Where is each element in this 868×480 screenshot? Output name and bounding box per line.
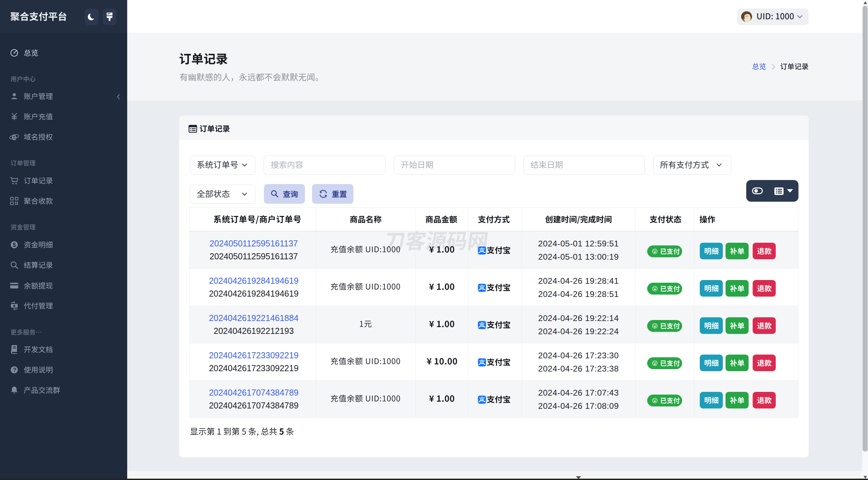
svg-text:?: ? xyxy=(13,367,16,373)
svg-text:$: $ xyxy=(13,242,16,248)
